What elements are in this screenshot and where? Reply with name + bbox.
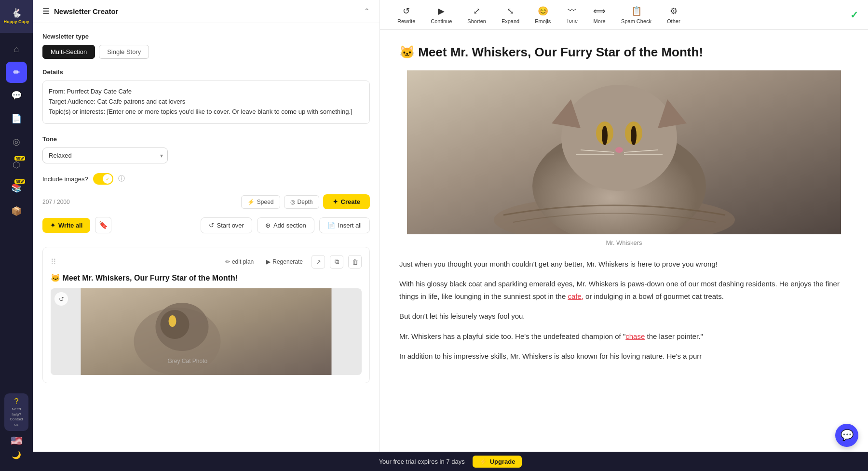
include-images-label: Include images? xyxy=(42,175,88,183)
image-refresh-button[interactable]: ↺ xyxy=(54,292,68,306)
email-title: 🐱 Meet Mr. Whiskers, Our Furry Star of t… xyxy=(399,44,849,61)
sidebar-item-home[interactable]: ⌂ xyxy=(6,39,27,60)
insert-all-icon: 📄 xyxy=(327,222,335,229)
integrations-icon: ◎ xyxy=(13,136,20,147)
pencil-icon: ✏ xyxy=(225,258,230,265)
sidebar-item-integrations[interactable]: ◎ xyxy=(6,131,27,152)
section-item: ⠿ ✏ edit plan ▶ Regenerate ↗ ⧉ 🗑 xyxy=(42,247,370,383)
hamburger-icon[interactable]: ☰ xyxy=(42,7,49,16)
regenerate-button[interactable]: ▶ Regenerate xyxy=(262,256,307,267)
shorten-label: Shorten xyxy=(467,18,486,24)
upgrade-button[interactable]: ⚡ Upgrade xyxy=(473,456,522,468)
app-name-label: Hoppy Copy xyxy=(4,19,29,25)
copy-icon-btn[interactable]: ⧉ xyxy=(330,255,343,269)
tone-button[interactable]: 〰 Tone xyxy=(558,2,585,27)
sidebar-bottom: ? Need help? Contact us 🇺🇸 🌙 xyxy=(4,393,28,463)
info-icon[interactable]: ⓘ xyxy=(118,175,125,183)
shorten-button[interactable]: ⤢ Shorten xyxy=(460,2,494,28)
svg-point-4 xyxy=(169,315,176,327)
paragraph-4: Mr. Whiskers has a playful side too. He'… xyxy=(399,330,849,343)
tone-select-wrapper: Relaxed Professional Casual Enthusiastic… xyxy=(42,148,168,163)
start-over-icon: ↺ xyxy=(209,222,214,229)
sidebar-item-modules[interactable]: ⬡ NEW xyxy=(6,154,27,175)
right-panel: ↺ Rewrite ▶ Continue ⤢ Shorten ⤡ Expand … xyxy=(380,0,868,471)
bookmark-button[interactable]: 🔖 xyxy=(95,217,111,233)
continue-label: Continue xyxy=(431,18,452,24)
bookmark-icon: 🔖 xyxy=(99,221,108,229)
create-sparkle-icon: ✦ xyxy=(333,198,338,205)
depth-icon: ◎ xyxy=(290,199,295,205)
tone-select[interactable]: Relaxed Professional Casual Enthusiastic… xyxy=(42,148,168,163)
start-over-button[interactable]: ↺ Start over xyxy=(201,217,252,233)
export-icon-btn[interactable]: ↗ xyxy=(312,255,325,269)
sidebar-item-box[interactable]: 📦 xyxy=(6,201,27,222)
rewrite-button[interactable]: ↺ Rewrite xyxy=(390,2,423,28)
image-caption: Mr. Whiskers xyxy=(399,239,849,246)
panel-header-left: ☰ Newsletter Creator xyxy=(42,7,118,16)
more-icon: ⟺ xyxy=(593,6,606,16)
more-button[interactable]: ⟺ More xyxy=(585,2,613,28)
section-title: 🐱 Meet Mr. Whiskers, Our Furry Star of t… xyxy=(51,273,362,283)
add-section-label: Add section xyxy=(273,222,306,229)
email-hero-image-container xyxy=(399,70,849,234)
collapse-icon[interactable]: ⌃ xyxy=(364,7,370,16)
insert-all-button[interactable]: 📄 Insert all xyxy=(319,217,370,233)
multi-section-button[interactable]: Multi-Section xyxy=(42,45,95,59)
create-label: Create xyxy=(341,198,360,205)
rewrite-label: Rewrite xyxy=(397,18,415,24)
write-all-icon: ✦ xyxy=(50,222,55,229)
emojis-label: Emojis xyxy=(535,18,551,24)
sidebar-item-edit[interactable]: ✏ xyxy=(6,62,27,83)
details-textarea[interactable] xyxy=(42,81,370,124)
library-icon: 📚 xyxy=(11,183,22,193)
right-toolbar: ↺ Rewrite ▶ Continue ⤢ Shorten ⤡ Expand … xyxy=(380,0,868,30)
language-flag[interactable]: 🇺🇸 xyxy=(11,435,23,446)
sidebar-item-docs[interactable]: 📄 xyxy=(6,108,27,129)
delete-icon-btn[interactable]: 🗑 xyxy=(348,255,362,269)
edit-plan-button[interactable]: ✏ edit plan xyxy=(221,256,258,267)
shorten-icon: ⤢ xyxy=(473,6,480,16)
chase-link[interactable]: chase xyxy=(625,332,645,340)
other-button[interactable]: ⚙ Other xyxy=(659,2,688,28)
box-icon: 📦 xyxy=(11,206,22,216)
continue-button[interactable]: ▶ Continue xyxy=(423,2,460,28)
action-buttons: ⚡ Speed ◎ Depth ✦ Create xyxy=(241,194,370,209)
trash-icon: 🗑 xyxy=(352,258,358,266)
expand-button[interactable]: ⤡ Expand xyxy=(494,2,527,28)
save-check-icon: ✓ xyxy=(850,9,858,21)
paragraph-3: But don't let his leisurely ways fool yo… xyxy=(399,310,849,323)
emojis-button[interactable]: 😊 Emojis xyxy=(527,2,558,28)
single-story-button[interactable]: Single Story xyxy=(99,45,149,59)
help-button[interactable]: ? Need help? Contact us xyxy=(4,393,28,431)
write-all-button[interactable]: ✦ Write all xyxy=(42,218,90,233)
more-label: More xyxy=(594,18,606,24)
include-images-toggle[interactable]: ✓ xyxy=(93,173,113,185)
create-button[interactable]: ✦ Create xyxy=(323,194,370,209)
sidebar-item-chat[interactable]: 💬 xyxy=(6,85,27,106)
sidebar-nav: ⌂ ✏ 💬 📄 ◎ ⬡ NEW 📚 NEW 📦 xyxy=(6,33,27,393)
drag-handle-icon[interactable]: ⠿ xyxy=(51,257,56,267)
speed-icon: ⚡ xyxy=(247,199,255,205)
sidebar-item-library[interactable]: 📚 NEW xyxy=(6,177,27,199)
speed-button[interactable]: ⚡ Speed xyxy=(241,195,280,209)
paragraph-5: In addition to his impressive skills, Mr… xyxy=(399,350,849,363)
tone-label: Tone xyxy=(42,135,370,143)
spam-check-label: Spam Check xyxy=(621,18,651,24)
svg-point-16 xyxy=(615,147,623,153)
cafe-link[interactable]: cafe, xyxy=(568,292,583,300)
add-section-button[interactable]: ⊕ Add section xyxy=(257,217,314,233)
spam-check-button[interactable]: 📋 Spam Check xyxy=(613,2,659,28)
app-logo[interactable]: 🐇 Hoppy Copy xyxy=(0,0,33,33)
help-icon: ? xyxy=(7,397,26,406)
depth-button[interactable]: ◎ Depth xyxy=(284,195,319,209)
dark-mode-toggle[interactable]: 🌙 xyxy=(12,450,21,459)
logo-icon: 🐇 xyxy=(11,8,22,19)
tone-icon: 〰 xyxy=(568,6,576,16)
other-icon: ⚙ xyxy=(670,6,678,16)
chat-bubble-button[interactable]: 💬 xyxy=(835,424,858,447)
other-label: Other xyxy=(667,18,680,24)
emojis-icon: 😊 xyxy=(538,6,548,16)
regenerate-label: Regenerate xyxy=(272,258,303,265)
expand-label: Expand xyxy=(502,18,519,24)
include-images-row: Include images? ✓ ⓘ xyxy=(42,173,370,185)
